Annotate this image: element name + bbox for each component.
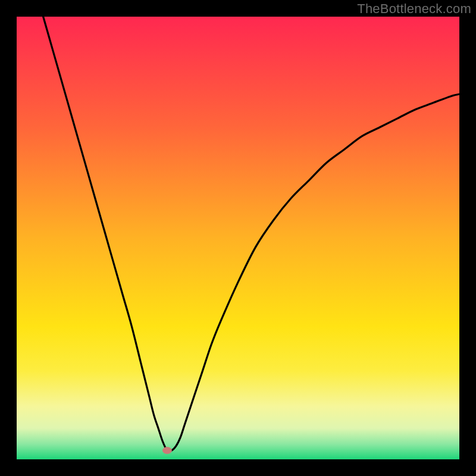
gradient-background — [17, 17, 459, 459]
chart-frame — [17, 17, 459, 459]
chart-svg — [17, 17, 459, 459]
watermark-text: TheBottleneck.com — [357, 1, 471, 17]
optimum-marker — [162, 447, 172, 454]
